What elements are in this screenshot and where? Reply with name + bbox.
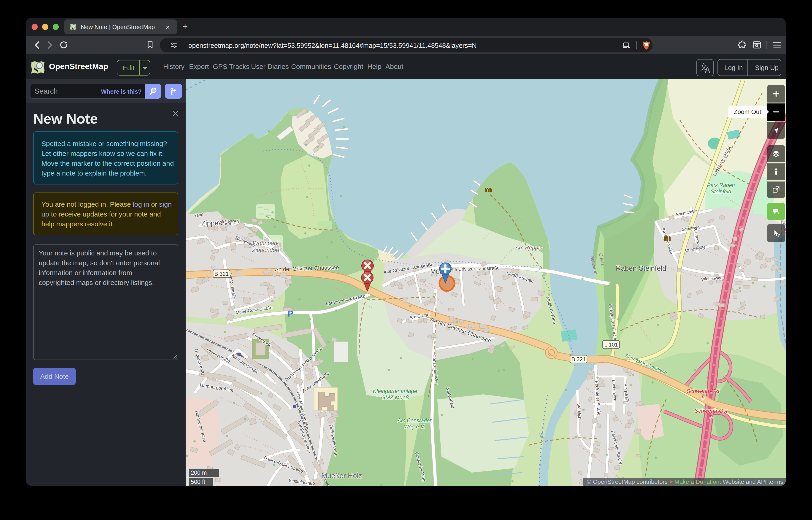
svg-text:B 321: B 321 [214, 271, 229, 277]
svg-text:5: 5 [709, 414, 713, 420]
svg-text:Wohnpark: Wohnpark [253, 240, 279, 246]
svg-text:B 321: B 321 [572, 356, 586, 362]
svg-text:Steinfeld: Steinfeld [711, 189, 731, 194]
svg-text:Kleingartenanlage: Kleingartenanlage [373, 388, 417, 394]
svg-text:Zippendorf: Zippendorf [252, 247, 280, 253]
svg-text:Schwerin-Ost: Schwerin-Ost [687, 388, 720, 394]
svg-text:?: ? [778, 233, 780, 237]
svg-text:L 101: L 101 [604, 341, 618, 348]
svg-text:Raben Steinfeld: Raben Steinfeld [616, 264, 666, 272]
svg-text:5: 5 [702, 394, 705, 400]
svg-text:Weg e.V.: Weg e.V. [404, 424, 425, 430]
svg-text:Park Raben: Park Raben [707, 182, 735, 188]
svg-text:GMZ Mueß: GMZ Mueß [381, 394, 409, 400]
svg-text:Schwerin-Ost: Schwerin-Ost [695, 408, 728, 414]
svg-text:Mueßer Holz: Mueßer Holz [321, 472, 362, 480]
svg-text:Am Consrader: Am Consrader [397, 417, 432, 423]
svg-text:Am Reppin: Am Reppin [515, 244, 543, 251]
svg-text:P: P [288, 309, 293, 318]
